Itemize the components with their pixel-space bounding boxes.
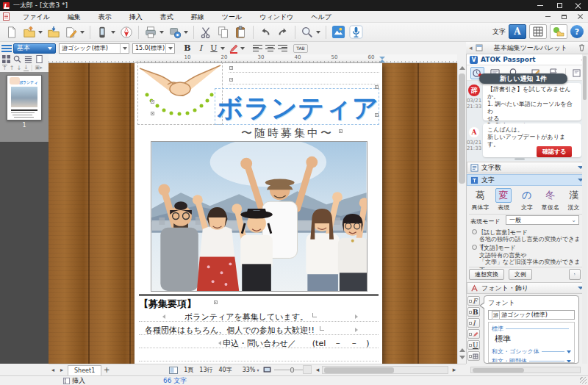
flyer-subheading[interactable]: 〜随時募集中〜 [241, 126, 334, 140]
expression-mode-select[interactable]: 一般 ⌄ [506, 215, 579, 225]
table-palette-button[interactable] [529, 24, 547, 39]
palette-menu-icon[interactable] [1, 43, 12, 53]
group-photo[interactable] [151, 141, 368, 292]
current-font-select[interactable]: 游游ゴシック(標準) [488, 310, 575, 320]
split-button[interactable] [303, 365, 312, 374]
document-vertical-scrollbar[interactable] [457, 63, 466, 364]
first-page-button[interactable]: ↑ [2, 65, 7, 71]
undo-button[interactable] [257, 24, 274, 40]
font-group-mincho[interactable]: 和文・明朝体 [492, 357, 571, 363]
italic-attr-button[interactable]: I [467, 318, 480, 328]
media-insert-button[interactable] [550, 24, 567, 39]
page-jump-button[interactable]: ▣▸ [35, 65, 43, 71]
paste-button[interactable] [232, 24, 250, 40]
menu-view[interactable]: 表示 [90, 11, 121, 23]
scroll-down-icon[interactable] [459, 356, 465, 359]
mobile-dropdown[interactable] [111, 31, 115, 34]
align-center-button[interactable] [264, 43, 276, 54]
flyer-heading[interactable]: ボランティア [217, 91, 379, 126]
font-name-select[interactable]: 游ゴシック(標準) [59, 43, 129, 54]
tab-ruler-button[interactable]: TAB [293, 44, 308, 53]
border-attr-button[interactable] [467, 351, 480, 361]
print-button[interactable] [142, 24, 159, 40]
close-button[interactable] [569, 0, 588, 11]
example-button[interactable]: 文例 [509, 269, 532, 280]
palette-vertical-scrollbar[interactable] [582, 54, 587, 364]
page-thumbnail[interactable]: ボランティア [7, 75, 42, 120]
confirm-update-button[interactable]: 確認する [537, 146, 572, 157]
print-dropdown[interactable] [159, 31, 164, 34]
palette-scroll-thumb[interactable] [583, 56, 587, 100]
palette-delete-icon[interactable] [578, 44, 585, 51]
scroll-up2-icon[interactable] [459, 348, 465, 352]
open-button[interactable] [21, 24, 38, 40]
menu-insert[interactable]: 挿入 [121, 11, 151, 23]
menu-format[interactable]: 書式 [151, 11, 182, 23]
fit-screen-icon[interactable] [263, 367, 271, 373]
tab-sogana[interactable]: 冬草仮名 [539, 188, 561, 212]
font-group-standard[interactable]: 標準 [492, 325, 571, 333]
section-font[interactable]: フォント・飾り [467, 282, 587, 294]
collapse-palette-icon[interactable]: ◂ [469, 44, 473, 51]
body-line-1[interactable]: ボランティアを募集しています。 [184, 312, 308, 323]
bold-attr-button[interactable]: B [467, 307, 480, 317]
cut-button[interactable] [197, 24, 215, 40]
doc-minimize-button[interactable] [539, 12, 556, 22]
tab-kanbun[interactable]: 漢漢文 [563, 188, 584, 212]
pen-attr-button[interactable] [467, 329, 480, 339]
menu-lines[interactable]: 罫線 [182, 11, 213, 23]
help-button[interactable]: ? [570, 25, 584, 38]
minimize-button[interactable] [531, 0, 550, 11]
notification-card-1[interactable]: 【辞書引き】を試してみませんか。 1. 調べたい単語にカーソルを合わ せる 2.… [483, 83, 581, 120]
palette-pin-icon[interactable] [476, 44, 483, 51]
char-more-button[interactable] [569, 269, 581, 280]
menu-window[interactable]: ウィンドウ [251, 11, 302, 23]
scroll-up-icon[interactable] [459, 66, 465, 70]
resize-handle[interactable] [514, 158, 525, 160]
last-page-button[interactable]: ↓ [24, 65, 29, 71]
tab-moji[interactable]: の文字 [517, 188, 538, 212]
tab-hyogen[interactable]: 変表現 [493, 188, 514, 212]
highlight-pen-button[interactable] [227, 43, 240, 54]
underline-dropdown[interactable] [220, 47, 225, 50]
vertical-scroll-thumb[interactable] [459, 73, 465, 184]
requirements-title[interactable]: 【募集要項】 [139, 298, 196, 311]
maximize-button[interactable] [550, 0, 569, 11]
menu-help[interactable]: ヘルプ [302, 11, 340, 23]
font-size-select[interactable]: 15.0(標準) [132, 43, 175, 54]
sheet-prev-button[interactable]: ◂ [49, 367, 57, 373]
doc-restore-button[interactable] [556, 12, 572, 22]
new-document-button[interactable] [3, 24, 21, 40]
bold-button[interactable]: B [181, 43, 194, 54]
resize-grip[interactable] [580, 377, 587, 384]
body-line-3[interactable]: 申込・問い合わせ／ (tel － － ) [223, 338, 370, 349]
menu-file[interactable]: ファイル [14, 11, 59, 23]
save-as-dropdown[interactable] [80, 31, 85, 34]
speech-mode-radio[interactable] [472, 229, 477, 234]
search-dropdown[interactable] [316, 31, 320, 34]
section-char[interactable]: 文字 [467, 174, 587, 186]
bungo-mode-radio[interactable] [472, 245, 477, 250]
horizontal-ruler[interactable]: 10 20 30 40 50 60 [49, 54, 457, 63]
thumbnail-view-button[interactable] [1, 55, 11, 63]
align-left-button[interactable] [251, 43, 264, 54]
document-horizontal-scrollbar[interactable] [322, 366, 448, 374]
section-char-count[interactable]: 文字数 [467, 162, 587, 173]
menu-edit[interactable]: 編集 [59, 11, 90, 23]
highlight-pen-dropdown[interactable] [240, 47, 245, 50]
copy-button[interactable] [215, 24, 232, 40]
edit-mode-dropdown[interactable]: 基本 [13, 43, 56, 54]
next-page-button[interactable]: ↓ [16, 65, 21, 71]
add-sheet-button[interactable]: + [101, 366, 112, 374]
association-convert-button[interactable]: 連想変換 [469, 269, 504, 280]
page-list-button[interactable] [24, 55, 33, 63]
underline-attr-button[interactable]: U [467, 340, 480, 350]
zoom-level[interactable]: 33% [243, 367, 256, 373]
prev-page-button[interactable]: ↑ [10, 65, 15, 71]
print-settings-dropdown[interactable] [184, 31, 188, 34]
save-as-button[interactable] [62, 24, 80, 40]
zoom-slider[interactable] [274, 370, 304, 370]
open-dropdown[interactable] [38, 31, 43, 34]
char-palette-button[interactable]: A [509, 24, 526, 39]
menu-tools[interactable]: ツール [213, 11, 251, 23]
